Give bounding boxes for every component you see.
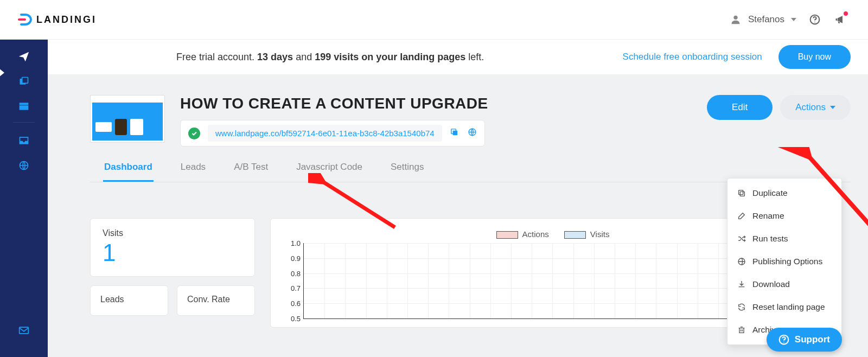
top-header: LANDINGI Stefanos: [0, 0, 868, 40]
legend-actions[interactable]: Actions: [496, 229, 549, 239]
caret-down-icon: [830, 106, 835, 109]
sidebar-divider: [13, 122, 35, 123]
svg-rect-5: [20, 103, 29, 105]
paper-plane-icon: [18, 50, 30, 62]
stat-conv-label: Conv. Rate: [187, 295, 245, 304]
download-icon: [737, 280, 746, 289]
stat-visits-label: Visits: [103, 228, 242, 238]
inbox-icon: [18, 136, 29, 145]
svg-rect-8: [20, 327, 29, 334]
mail-icon: [18, 326, 29, 335]
shuffle-icon: [737, 234, 746, 243]
stat-visits-card: Visits 1: [90, 218, 255, 277]
help-icon: [809, 14, 820, 25]
ytick: 0.8: [284, 269, 301, 277]
action-publishing-options[interactable]: Publishing Options: [727, 250, 841, 273]
page-title: HOW TO CREATE A CONTENT UPGRADE: [180, 95, 692, 112]
announcements-button[interactable]: [833, 13, 846, 26]
page-thumbnail[interactable]: [90, 95, 165, 143]
brand-logo[interactable]: LANDINGI: [18, 12, 97, 27]
svg-point-2: [814, 22, 815, 23]
stat-visits-value: 1: [103, 239, 242, 266]
page-header: HOW TO CREATE A CONTENT UPGRADE www.land…: [90, 95, 851, 146]
ytick: 0.7: [284, 284, 301, 292]
svg-rect-9: [452, 131, 457, 136]
user-name-label: Stefanos: [748, 14, 784, 25]
caret-down-icon: [791, 18, 796, 21]
brand-text: LANDINGI: [36, 14, 97, 25]
folder-icon: [18, 101, 29, 111]
stat-leads-card: Leads: [90, 285, 168, 316]
windows-icon: [18, 76, 29, 87]
user-menu[interactable]: Stefanos: [730, 14, 796, 25]
action-reset[interactable]: Reset landing page: [727, 296, 841, 318]
tab-settings[interactable]: Settings: [390, 162, 425, 182]
url-row: www.landpage.co/bf592714-6e01-11ea-b3c8-…: [180, 120, 485, 146]
rename-icon: [737, 212, 746, 220]
tab-leads[interactable]: Leads: [180, 162, 207, 182]
active-marker-icon: [0, 68, 4, 77]
published-status-icon: [188, 127, 200, 139]
notification-dot: [844, 11, 848, 16]
sidebar-item-folder[interactable]: [0, 94, 48, 119]
copy-url-button[interactable]: [450, 127, 459, 139]
trial-text: Free trial account. 13 days and 199 visi…: [176, 52, 484, 63]
svg-rect-13: [740, 192, 744, 196]
globe-icon: [18, 160, 29, 171]
trial-bar: Free trial account. 13 days and 199 visi…: [48, 40, 868, 74]
sidebar: [0, 40, 48, 357]
svg-point-0: [733, 16, 737, 20]
sidebar-item-inbox[interactable]: [0, 128, 48, 153]
legend-visits[interactable]: Visits: [564, 229, 610, 239]
help-button[interactable]: [808, 13, 821, 26]
refresh-icon: [737, 303, 746, 311]
ytick: 0.6: [284, 299, 301, 308]
ytick: 0.9: [284, 254, 301, 262]
support-label: Support: [795, 334, 830, 345]
actions-dropdown-menu: Duplicate Rename Run tests Publishing Op…: [727, 178, 842, 345]
globe-icon: [468, 127, 477, 137]
action-rename[interactable]: Rename: [727, 205, 841, 227]
sidebar-item-globe[interactable]: [0, 153, 48, 178]
brand-mark-icon: [18, 12, 32, 27]
svg-rect-4: [22, 78, 28, 84]
tab-abtest[interactable]: A/B Test: [233, 162, 269, 182]
svg-point-17: [783, 342, 784, 343]
buy-now-button[interactable]: Buy now: [778, 45, 851, 69]
megaphone-icon: [834, 14, 845, 25]
svg-rect-14: [739, 190, 743, 195]
duplicate-icon: [737, 189, 746, 197]
tab-dashboard[interactable]: Dashboard: [103, 162, 154, 182]
action-duplicate[interactable]: Duplicate: [727, 182, 841, 205]
copy-icon: [450, 127, 459, 137]
tab-javascript-code[interactable]: Javascript Code: [295, 162, 363, 182]
stat-leads-label: Leads: [100, 295, 158, 304]
action-run-tests[interactable]: Run tests: [727, 227, 841, 250]
svg-rect-6: [20, 105, 29, 110]
sidebar-item-pages[interactable]: [0, 69, 48, 94]
support-button[interactable]: Support: [767, 328, 842, 352]
sidebar-item-launch[interactable]: [0, 44, 48, 69]
ytick: 0.5: [284, 315, 301, 323]
edit-button[interactable]: Edit: [707, 95, 773, 120]
open-url-button[interactable]: [468, 127, 477, 139]
sidebar-item-mail[interactable]: [0, 318, 48, 343]
actions-label: Actions: [795, 102, 826, 113]
action-download[interactable]: Download: [727, 273, 841, 296]
user-icon: [730, 14, 742, 25]
ytick: 1.0: [284, 239, 301, 247]
archive-icon: [737, 326, 746, 334]
page-url[interactable]: www.landpage.co/bf592714-6e01-11ea-b3c8-…: [208, 125, 442, 142]
actions-dropdown-button[interactable]: Actions: [780, 95, 851, 120]
help-icon: [778, 334, 789, 345]
main-area: Free trial account. 13 days and 199 visi…: [48, 40, 868, 357]
globe-icon: [737, 257, 746, 266]
onboarding-link[interactable]: Schedule free onboarding session: [623, 52, 762, 62]
stat-conv-card: Conv. Rate: [177, 285, 255, 316]
